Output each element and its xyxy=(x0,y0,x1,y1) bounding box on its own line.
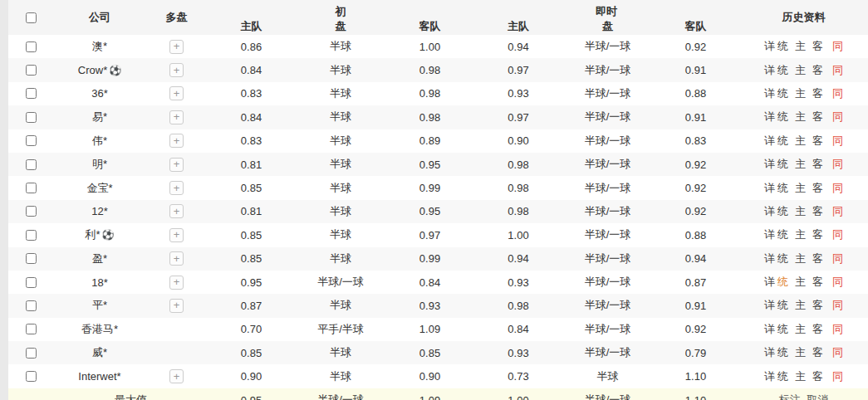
history-link-home[interactable]: 主 xyxy=(795,345,806,360)
history-link-away[interactable]: 客 xyxy=(812,63,823,78)
history-link-detail[interactable]: 详 xyxy=(764,275,775,290)
expand-more-odds-button[interactable]: + xyxy=(169,299,184,313)
history-link-stats[interactable]: 统 xyxy=(777,275,788,290)
history-link-home[interactable]: 主 xyxy=(795,298,806,313)
company-name[interactable]: 香港马* xyxy=(81,322,118,337)
mark-link[interactable]: 标注 xyxy=(779,393,801,400)
row-checkbox[interactable] xyxy=(26,230,37,241)
company-name[interactable]: 澳* xyxy=(92,39,107,54)
history-link-same[interactable]: 同 xyxy=(832,369,843,384)
history-link-home[interactable]: 主 xyxy=(795,86,806,101)
expand-more-odds-button[interactable]: + xyxy=(169,251,184,266)
history-link-away[interactable]: 客 xyxy=(812,86,823,101)
history-link-away[interactable]: 客 xyxy=(812,322,823,337)
row-checkbox[interactable] xyxy=(26,183,37,193)
history-link-same[interactable]: 同 xyxy=(832,251,843,266)
history-link-stats[interactable]: 统 xyxy=(777,345,788,360)
company-name[interactable]: 12* xyxy=(91,205,108,217)
history-link-away[interactable]: 客 xyxy=(812,110,823,124)
history-link-same[interactable]: 同 xyxy=(832,275,843,290)
history-link-detail[interactable]: 详 xyxy=(764,251,775,266)
expand-more-odds-button[interactable]: + xyxy=(169,276,184,290)
history-link-detail[interactable]: 详 xyxy=(764,110,775,124)
history-link-home[interactable]: 主 xyxy=(795,157,806,172)
history-link-home[interactable]: 主 xyxy=(795,110,806,124)
history-link-stats[interactable]: 统 xyxy=(777,39,788,54)
company-name[interactable]: 36* xyxy=(91,87,108,100)
history-link-away[interactable]: 客 xyxy=(812,157,823,172)
history-link-stats[interactable]: 统 xyxy=(777,369,788,384)
history-link-detail[interactable]: 详 xyxy=(764,322,775,337)
row-checkbox[interactable] xyxy=(26,159,37,170)
company-name[interactable]: 利* xyxy=(85,227,100,242)
company-name[interactable]: 平* xyxy=(92,298,107,313)
history-link-stats[interactable]: 统 xyxy=(777,181,788,196)
company-name[interactable]: 明* xyxy=(92,157,107,172)
history-link-same[interactable]: 同 xyxy=(832,322,843,337)
history-link-away[interactable]: 客 xyxy=(812,298,823,313)
row-checkbox[interactable] xyxy=(26,41,37,52)
history-link-detail[interactable]: 详 xyxy=(764,204,775,219)
expand-more-odds-button[interactable]: + xyxy=(169,158,184,172)
history-link-home[interactable]: 主 xyxy=(795,322,806,337)
history-link-stats[interactable]: 统 xyxy=(777,251,788,266)
history-link-detail[interactable]: 详 xyxy=(764,157,775,172)
row-checkbox[interactable] xyxy=(26,277,37,288)
company-name[interactable]: Crow* xyxy=(78,64,107,76)
history-link-away[interactable]: 客 xyxy=(812,275,823,290)
expand-more-odds-button[interactable]: + xyxy=(169,204,184,218)
history-link-stats[interactable]: 统 xyxy=(777,134,788,149)
row-checkbox[interactable] xyxy=(26,324,37,334)
history-link-stats[interactable]: 统 xyxy=(777,322,788,337)
expand-more-odds-button[interactable]: + xyxy=(169,63,184,77)
row-checkbox[interactable] xyxy=(26,88,37,99)
history-link-away[interactable]: 客 xyxy=(812,39,823,54)
select-all-checkbox[interactable] xyxy=(26,12,37,23)
expand-more-odds-button[interactable]: + xyxy=(169,86,184,100)
company-name[interactable]: 易* xyxy=(92,110,107,124)
row-checkbox[interactable] xyxy=(26,253,37,264)
row-checkbox[interactable] xyxy=(26,300,37,311)
company-name[interactable]: 威* xyxy=(92,345,107,360)
row-checkbox[interactable] xyxy=(26,371,37,382)
history-link-detail[interactable]: 详 xyxy=(764,227,775,242)
history-link-home[interactable]: 主 xyxy=(795,181,806,196)
history-link-stats[interactable]: 统 xyxy=(777,227,788,242)
history-link-same[interactable]: 同 xyxy=(832,63,843,78)
history-link-same[interactable]: 同 xyxy=(832,227,843,242)
history-link-away[interactable]: 客 xyxy=(812,369,823,384)
history-link-home[interactable]: 主 xyxy=(795,369,806,384)
row-checkbox[interactable] xyxy=(26,206,37,217)
history-link-detail[interactable]: 详 xyxy=(764,345,775,360)
expand-more-odds-button[interactable]: + xyxy=(169,369,184,383)
history-link-away[interactable]: 客 xyxy=(812,204,823,219)
cancel-link[interactable]: 取消 xyxy=(807,393,829,400)
history-link-detail[interactable]: 详 xyxy=(764,86,775,101)
history-link-home[interactable]: 主 xyxy=(795,227,806,242)
history-link-away[interactable]: 客 xyxy=(812,251,823,266)
expand-more-odds-button[interactable]: + xyxy=(169,40,184,54)
history-link-detail[interactable]: 详 xyxy=(764,181,775,196)
history-link-detail[interactable]: 详 xyxy=(764,369,775,384)
history-link-home[interactable]: 主 xyxy=(795,134,806,149)
history-link-same[interactable]: 同 xyxy=(832,134,843,149)
history-link-stats[interactable]: 统 xyxy=(777,63,788,78)
expand-more-odds-button[interactable]: + xyxy=(169,110,184,124)
expand-more-odds-button[interactable]: + xyxy=(169,228,184,242)
history-link-away[interactable]: 客 xyxy=(812,181,823,196)
history-link-detail[interactable]: 详 xyxy=(764,39,775,54)
row-checkbox[interactable] xyxy=(26,112,37,123)
history-link-stats[interactable]: 统 xyxy=(777,157,788,172)
expand-more-odds-button[interactable]: + xyxy=(169,181,184,195)
history-link-home[interactable]: 主 xyxy=(795,63,806,78)
history-link-home[interactable]: 主 xyxy=(795,39,806,54)
history-link-home[interactable]: 主 xyxy=(795,204,806,219)
history-link-stats[interactable]: 统 xyxy=(777,86,788,101)
history-link-away[interactable]: 客 xyxy=(812,227,823,242)
history-link-same[interactable]: 同 xyxy=(832,204,843,219)
row-checkbox[interactable] xyxy=(26,348,37,359)
row-checkbox[interactable] xyxy=(26,65,37,76)
history-link-same[interactable]: 同 xyxy=(832,157,843,172)
history-link-same[interactable]: 同 xyxy=(832,345,843,360)
company-name[interactable]: 金宝* xyxy=(86,181,112,196)
